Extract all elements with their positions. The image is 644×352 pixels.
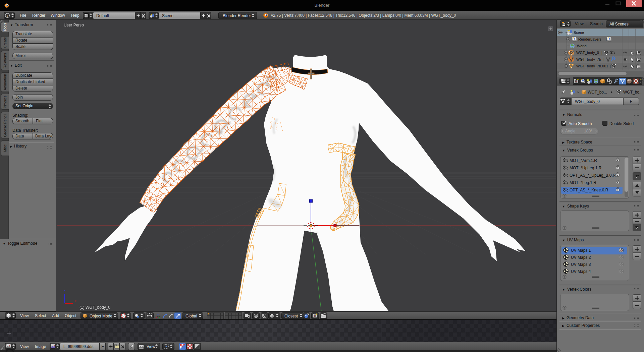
svg-text:(1) WGT_body_0: (1) WGT_body_0 [79,305,110,310]
svg-text:i: i [7,14,8,17]
svg-text:WGT_bo...: WGT_bo... [623,90,642,95]
svg-text:UV Maps 2: UV Maps 2 [571,255,591,260]
svg-text:MOT_*UpLeg.1.R: MOT_*UpLeg.1.R [570,166,602,170]
svg-text:UV Maps 3: UV Maps 3 [571,262,591,267]
svg-text:User Persp: User Persp [64,23,84,27]
svg-text:WGT_bo...: WGT_bo... [588,90,607,95]
svg-text:|: | [610,64,611,68]
svg-text:|: | [601,51,602,55]
svg-text:WGT_body_7b: WGT_body_7b [576,57,601,61]
svg-text:MOT_*Leg.1.R: MOT_*Leg.1.R [570,180,596,185]
svg-text:OPT_AS_*_UpLeg_B.0.R: OPT_AS_*_UpLeg_B.0.R [570,173,616,178]
svg-text:x: x [75,299,77,303]
svg-text:|: | [603,57,604,61]
svg-text:UV Maps 1: UV Maps 1 [571,248,591,253]
svg-text:|: | [606,37,607,41]
svg-text:Scene: Scene [574,31,584,35]
svg-text:UV Maps 4: UV Maps 4 [571,269,591,274]
svg-text:WGT_body_7b.001: WGT_body_7b.001 [576,64,608,68]
svg-text:OPT_AS_*_Knee.0.R: OPT_AS_*_Knee.0.R [570,188,608,192]
svg-text:z: z [63,289,65,293]
svg-text:RenderLayers: RenderLayers [578,37,602,41]
svg-text:World: World [577,44,587,48]
svg-text:MOT_*Arm.1.R: MOT_*Arm.1.R [570,158,597,163]
svg-text:WGT_body_0: WGT_body_0 [576,51,599,55]
